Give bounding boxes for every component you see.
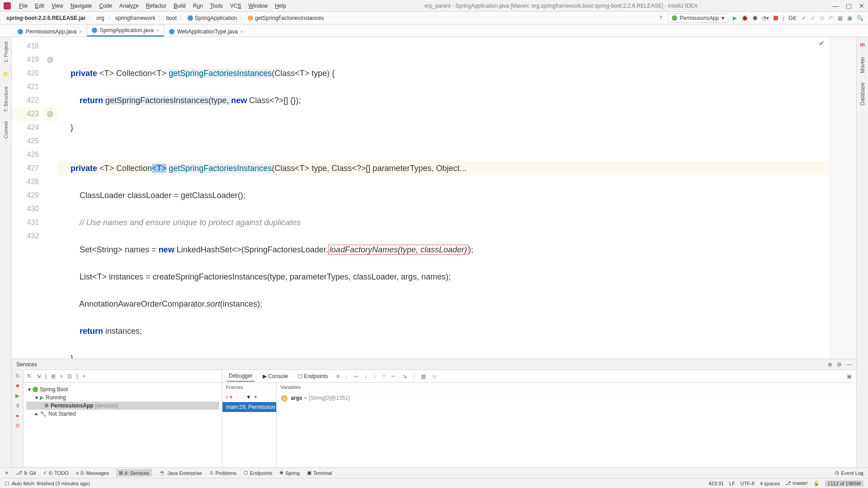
debug-icon[interactable]: 🐞 (741, 15, 748, 21)
tool-structure[interactable]: 7: Structure (3, 86, 9, 112)
bt-java-ee[interactable]: ☕ Java Enterprise (159, 470, 202, 476)
svc-mute-icon[interactable]: ⊘ (15, 422, 20, 429)
menu-analyze[interactable]: Analyze (116, 2, 142, 10)
evaluate-icon[interactable]: ▦ (421, 373, 426, 379)
coverage-icon[interactable]: ⬢ (753, 15, 757, 21)
svc-stop-icon[interactable]: ■ (16, 383, 19, 389)
bt-services[interactable]: ⊞ 8: Services (116, 469, 152, 477)
profile-icon[interactable]: ◔▾ (762, 15, 769, 21)
maximize-icon[interactable]: ▢ (846, 2, 852, 9)
git-branch[interactable]: ⎇ master (785, 480, 808, 486)
force-step-icon[interactable]: ↓ (373, 373, 376, 379)
encoding[interactable]: UTF-8 (741, 481, 755, 486)
expand-icon[interactable]: ⇱ (27, 373, 32, 379)
menu-run[interactable]: Run (189, 2, 207, 10)
git-update-icon[interactable]: ✓ (802, 15, 806, 21)
group-icon[interactable]: ⊞ (51, 373, 56, 379)
build-icon[interactable]: ⤒ (659, 15, 663, 21)
maven-m-icon[interactable]: m (860, 42, 865, 48)
menu-tools[interactable]: Tools (207, 2, 226, 10)
run-icon[interactable]: ▶ (733, 15, 737, 21)
drop-frame-icon[interactable]: ⤺ (392, 373, 396, 379)
frame-filter-icon[interactable]: ▼ (246, 394, 251, 400)
svc-resume-icon[interactable]: ▶ (15, 393, 19, 399)
menu-refactor[interactable]: Refactor (142, 2, 170, 10)
tab-webapplicationtype[interactable]: WebApplicationType.java × (164, 26, 248, 37)
git-history-icon[interactable]: ◷ (820, 15, 824, 21)
crumb-org[interactable]: org (94, 15, 106, 21)
menu-vcs[interactable]: VCS (226, 2, 245, 10)
tool-database[interactable]: Database (859, 82, 866, 105)
gutter-icons[interactable]: @ @ (43, 37, 57, 359)
bt-messages[interactable]: ≡ 0: Messages (76, 470, 109, 476)
memory-indicator[interactable]: 1112 of 1965M (825, 480, 863, 487)
services-gear-icon[interactable]: ⊕ (828, 361, 832, 368)
bt-problems[interactable]: ⚠ Problems (209, 470, 236, 476)
menu-help[interactable]: Help (271, 2, 290, 10)
tab-springapplication[interactable]: SpringApplication.java × (87, 25, 164, 37)
caret-pos[interactable]: 423:31 (708, 481, 724, 486)
services-settings-icon[interactable]: ⚙ (837, 361, 842, 368)
bt-spring[interactable]: ❀ Spring (279, 470, 300, 476)
ide-icon1[interactable]: ▦ (838, 15, 843, 21)
svc-bp-icon[interactable]: ● (16, 412, 19, 419)
thread-select[interactable]: ✓▾ (225, 394, 232, 400)
tab-debugger[interactable]: Debugger (227, 371, 255, 382)
bt-endpoints[interactable]: ⬡ Endpoints (244, 470, 272, 476)
minimize-icon[interactable]: — (832, 2, 839, 9)
services-tree[interactable]: ▾Spring Boot ▾▶Running ✲PermissionsApp [… (24, 383, 222, 467)
code-area[interactable]: private <T> Collection<T> getSpringFacto… (57, 37, 829, 359)
line-gutter[interactable]: 418419420 421422423 424425426 427428429 … (12, 37, 43, 359)
bt-terminal[interactable]: ▣ Terminal (307, 470, 332, 476)
tab-endpoints[interactable]: ⬡ Endpoints (296, 371, 330, 381)
git-revert-icon[interactable]: ↶ (829, 15, 833, 21)
tool-commit[interactable]: Commit (3, 121, 9, 138)
filter-icon[interactable]: ▿ (60, 373, 63, 379)
step-over-icon[interactable]: ⤻ (354, 373, 358, 379)
thread-icon[interactable]: ≡ (336, 373, 340, 379)
crumb-jar[interactable]: spring-boot-2.2.6.RELEASE.jar (5, 15, 87, 21)
menu-view[interactable]: View (48, 2, 67, 10)
bt-todo[interactable]: ✓ 6: TODO (43, 470, 69, 476)
search-icon[interactable]: 🔍 (857, 15, 863, 21)
rerun-icon[interactable]: ↻ (15, 373, 20, 379)
frame-row[interactable]: main:29, Permission (222, 402, 276, 412)
run-to-cursor-icon[interactable]: ↘ (402, 373, 407, 379)
inspection-ok-icon[interactable]: ✔ (819, 39, 825, 47)
tool-maven[interactable]: Maven (859, 57, 866, 73)
bt-git[interactable]: ⎇ 9: Git (16, 470, 36, 476)
step-out-icon[interactable]: ↑ (382, 373, 385, 379)
menu-build[interactable]: Build (170, 2, 189, 10)
layout-icon[interactable]: ⊡ (67, 373, 72, 379)
close-tab-icon[interactable]: × (79, 29, 82, 34)
tool-project[interactable]: 1: Project (3, 42, 9, 62)
git-commit-icon[interactable]: ✓ (811, 15, 815, 21)
menu-navigate[interactable]: Navigate (67, 2, 95, 10)
menu-edit[interactable]: Edit (31, 2, 48, 10)
lock-icon[interactable]: 🔒 (813, 480, 820, 486)
crumb-boot[interactable]: boot (164, 15, 178, 21)
variable-row[interactable]: p args = {String[0]@1351} (277, 392, 856, 404)
line-ending[interactable]: LF (729, 481, 735, 486)
step-into-icon[interactable]: ↓ (364, 373, 367, 379)
svc-pause-icon[interactable]: ⏸ (15, 403, 20, 409)
run-config-select[interactable]: PermissionsApp ▾ (668, 14, 729, 23)
frame-up-icon[interactable]: ↑ (235, 394, 238, 400)
status-process-icon[interactable]: ▢ (5, 480, 9, 486)
left-favorites-icon[interactable]: ★ (5, 470, 9, 476)
tab-console[interactable]: ▶ Console (261, 371, 290, 381)
collapse-icon[interactable]: ⇲ (36, 373, 41, 379)
ide-icon2[interactable]: ▣ (847, 15, 852, 21)
bt-event-log[interactable]: ◷ Event Log (835, 470, 863, 476)
close-icon[interactable]: ✕ (859, 2, 864, 9)
crumb-class[interactable]: SpringApplication (186, 15, 239, 21)
stop-icon[interactable] (774, 16, 778, 20)
trace-icon[interactable]: ≣ (432, 373, 437, 379)
services-hide-icon[interactable]: — (846, 361, 852, 368)
frame-add-icon[interactable]: + (254, 394, 257, 400)
add-icon[interactable]: + (82, 373, 85, 379)
crumb-method[interactable]: getSpringFactoriesInstances (246, 15, 326, 21)
tab-permissionsapp[interactable]: PermissionsApp.java × (13, 26, 87, 37)
menu-code[interactable]: Code (95, 2, 116, 10)
code-editor[interactable]: ✔ 418419420 421422423 424425426 42742842… (12, 37, 856, 359)
